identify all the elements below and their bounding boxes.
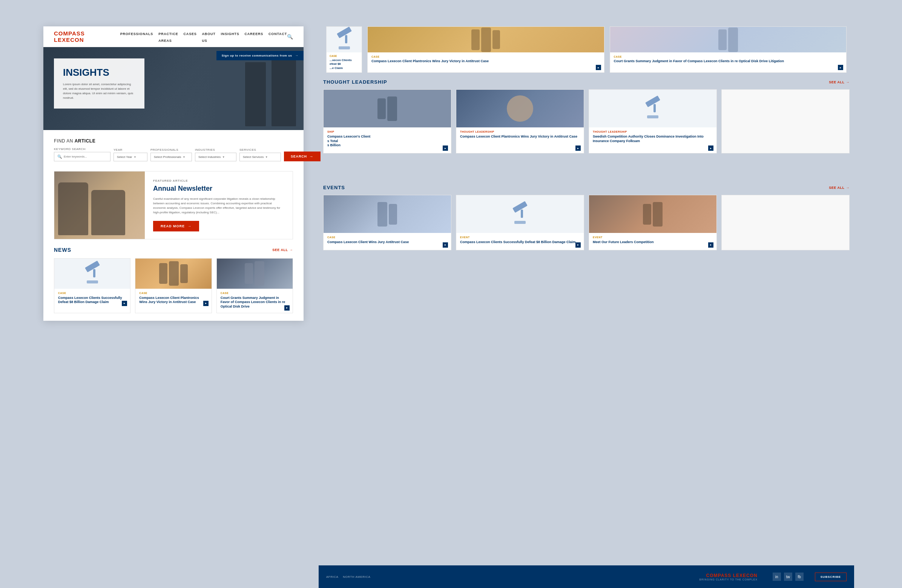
- ev-card-future-leaders[interactable]: EVENT Meet Our Future Leaders Competitio…: [589, 195, 717, 250]
- tl-gavel-icon: [645, 99, 660, 118]
- featured-article-content: FEATURED ARTICLE Annual Newsletter Caref…: [145, 172, 293, 239]
- footer-region-africa: AFRICA: [326, 575, 338, 579]
- tl-card-headshot[interactable]: THOUGHT LEADERSHIP Compass Lexecon Clien…: [456, 89, 584, 153]
- signup-banner[interactable]: Sign up to receive communications from u…: [216, 51, 304, 60]
- partial-card-title: ...xecon Clientsefeat $8...e Claim: [330, 58, 359, 70]
- search-arrow-icon: →: [309, 154, 314, 159]
- news-card-2-tag: CASE: [139, 292, 207, 294]
- search-button[interactable]: SEARCH →: [284, 152, 321, 161]
- nav-professionals[interactable]: PROFESSIONALS: [120, 32, 153, 36]
- ev-card-partial-tag: CASE: [327, 236, 447, 239]
- facebook-icon[interactable]: fb: [795, 572, 803, 581]
- main-panel: COMPASS LEXECON PROFESSIONALS PRACTICE A…: [43, 27, 304, 321]
- industries-chevron-icon: ▼: [222, 156, 225, 158]
- keyword-label: Keyword search: [54, 147, 111, 151]
- ev-card-future-leaders-body: EVENT Meet Our Future Leaders Competitio…: [589, 233, 716, 250]
- professionals-field: Professionals Select Professionals ▼: [150, 148, 192, 161]
- news-card-1-corner-arrow-icon: ▸: [122, 301, 127, 306]
- top-card-optical[interactable]: CASE Court Grants Summary Judgment in Fa…: [610, 27, 847, 73]
- featured-article-label: FEATURED ARTICLE: [153, 179, 284, 183]
- professionals-label: Professionals: [150, 148, 192, 152]
- news-section: NEWS SEE ALL → CASE Compass Lexecon Cl: [43, 247, 304, 321]
- nav-cases[interactable]: CASES: [184, 32, 197, 36]
- top-card-optical-people: [610, 27, 847, 52]
- top-cards-row: CASE ...xecon Clientsefeat $8...e Claim …: [326, 27, 847, 73]
- services-select[interactable]: Select Services ▼: [240, 153, 281, 161]
- featured-article-image: [54, 172, 145, 239]
- ev-gavel-base: [514, 221, 526, 224]
- industries-field: Industries Select Industries ▼: [195, 148, 236, 161]
- tl-card-partial-tag: SHIP: [327, 130, 447, 133]
- tl-card-partial[interactable]: SHIP Compass Lexecon's Clients Totals Bi…: [323, 89, 451, 153]
- nav-practice-areas[interactable]: PRACTICE AREAS: [158, 32, 178, 42]
- nav-careers[interactable]: CAREERS: [244, 32, 263, 36]
- top-card-plantronics[interactable]: CASE Compass Lexecon Client Plantronics …: [367, 27, 604, 73]
- services-field: Services Select Services ▼: [240, 148, 281, 161]
- tl-headshot-avatar: [507, 95, 533, 122]
- ev-card-future-leaders-title: Meet Our Future Leaders Competition: [593, 240, 713, 245]
- logo[interactable]: COMPASS LEXECON: [54, 30, 110, 43]
- news-card-1[interactable]: CASE Compass Lexecon Clients Successfull…: [54, 258, 130, 313]
- gavel-handle-1: [93, 269, 96, 277]
- news-card-3-person-2: [255, 261, 264, 286]
- ev-card-defeat[interactable]: EVENT Compass Lexecon Clients Successful…: [456, 195, 584, 250]
- news-card-2-body: CASE Compass Lexecon Client Plantronics …: [135, 289, 211, 308]
- top-card-optical-person-2: [728, 28, 738, 52]
- professionals-select[interactable]: Select Professionals ▼: [150, 153, 192, 161]
- news-section-title: NEWS: [54, 247, 71, 253]
- ev-card-partial-arrow-icon: ▸: [443, 242, 448, 248]
- linkedin-icon[interactable]: in: [773, 572, 781, 581]
- find-article-label: FIND AN ARTICLE: [54, 138, 293, 144]
- nav-contact[interactable]: CONTACT: [268, 32, 287, 36]
- news-see-all-link[interactable]: SEE ALL →: [272, 248, 293, 252]
- tl-card-gavel[interactable]: THOUGHT LEADERSHIP Swedish Competition A…: [589, 89, 717, 153]
- logo-accent: ECON: [66, 37, 84, 43]
- year-select-text: Select Year: [117, 155, 132, 159]
- news-card-1-title: Compass Lexecon Clients Successfully Def…: [58, 296, 126, 305]
- footer-regions: AFRICA NORTH AMERICA: [326, 575, 370, 579]
- year-label: Year: [113, 148, 147, 152]
- industries-label: Industries: [195, 148, 236, 152]
- news-card-2-people: [135, 258, 211, 289]
- top-card-plantronics-arrow-icon: ▸: [596, 65, 601, 70]
- events-title: EVENTS: [323, 185, 345, 190]
- top-card-plantronics-person-1: [471, 30, 480, 50]
- ev-partial-person-2: [389, 204, 397, 225]
- subscribe-button[interactable]: SUBSCRIBE: [815, 572, 847, 581]
- year-select[interactable]: Select Year ▼: [113, 153, 147, 161]
- nav-search-icon[interactable]: 🔍: [287, 34, 293, 39]
- ev-card-empty: [721, 195, 850, 250]
- footer-social: in tw fb: [773, 572, 803, 581]
- industries-select-text: Select Industries: [198, 155, 221, 159]
- twitter-icon[interactable]: tw: [784, 572, 792, 581]
- news-card-3[interactable]: CASE Court Grants Summary Judgment in Fa…: [216, 258, 293, 313]
- nav-insights[interactable]: INSIGHTS: [221, 32, 240, 36]
- industries-select[interactable]: Select Industries ▼: [195, 153, 236, 161]
- hero-title: INSIGHTS: [63, 67, 135, 78]
- ev-card-partial-title: Compass Lexecon Client Wins Jury Antitru…: [327, 240, 447, 245]
- news-see-all-text: SEE ALL: [272, 248, 288, 252]
- read-more-button[interactable]: READ MORE →: [153, 221, 199, 231]
- featured-image-people: [54, 172, 145, 239]
- events-header: EVENTS SEE ALL →: [323, 185, 850, 190]
- tl-card-partial-arrow-icon: ▸: [443, 145, 448, 151]
- year-chevron-icon: ▼: [133, 156, 136, 158]
- tl-card-headshot-title: Compass Lexecon Client Plantronics Wins …: [460, 134, 580, 139]
- search-button-label: SEARCH: [291, 155, 307, 158]
- tl-see-all-text: SEE ALL: [829, 80, 844, 84]
- top-card-plantronics-people: [368, 27, 604, 52]
- news-section-header: NEWS SEE ALL →: [54, 247, 293, 253]
- hero-overlay: INSIGHTS Lorem ipsum dolor sit amet, con…: [54, 58, 144, 109]
- events-see-all-link[interactable]: SEE ALL →: [829, 186, 850, 189]
- partial-gavel-base: [338, 46, 350, 49]
- nav-about-us[interactable]: ABOUT US: [202, 32, 216, 42]
- ev-card-partial[interactable]: CASE Compass Lexecon Client Wins Jury An…: [323, 195, 451, 250]
- keyword-input[interactable]: [64, 155, 107, 158]
- partial-left-card[interactable]: CASE ...xecon Clientsefeat $8...e Claim: [326, 27, 362, 73]
- hero-section: Sign up to receive communications from u…: [43, 47, 304, 130]
- news-card-2[interactable]: CASE Compass Lexecon Client Plantronics …: [135, 258, 211, 313]
- news-card-2-corner-arrow-icon: ▸: [203, 301, 208, 306]
- keyword-input-wrapper[interactable]: 🔍: [54, 152, 111, 161]
- tl-see-all-link[interactable]: SEE ALL →: [829, 80, 850, 84]
- top-card-plantronics-person-2: [481, 28, 491, 52]
